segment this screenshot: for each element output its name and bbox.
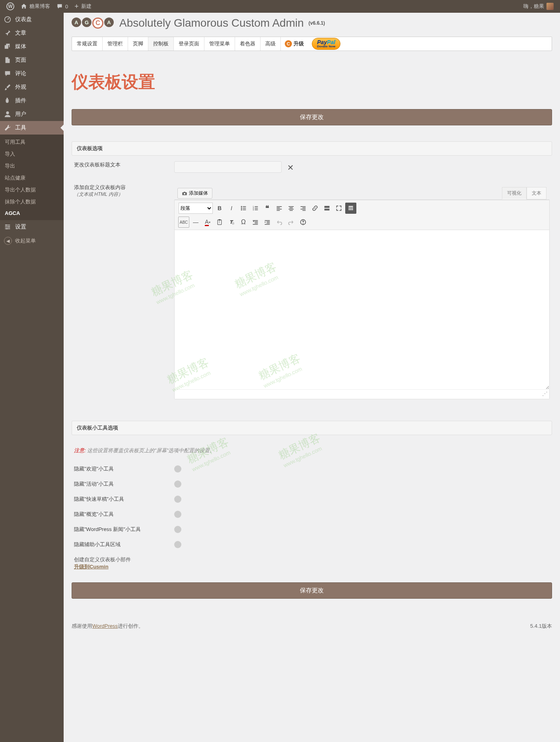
new-content-link[interactable]: + 新建 — [71, 0, 95, 13]
section-dashboard-options: 仪表板选项 — [72, 141, 552, 156]
toolbar-toggle-button[interactable] — [345, 203, 356, 214]
menu-posts[interactable]: 文章 — [0, 26, 64, 40]
editor-content[interactable] — [175, 230, 549, 389]
svg-rect-27 — [302, 207, 305, 208]
bold-button[interactable]: B — [214, 203, 225, 214]
custom-content-label: 添加自定义仪表板内容 — [74, 184, 174, 191]
menu-plugins[interactable]: 插件 — [0, 94, 64, 107]
menu-tools[interactable]: 工具 — [0, 121, 64, 135]
tab-adminmenu[interactable]: 管理菜单 — [204, 37, 235, 51]
visual-tab[interactable]: 可视化 — [502, 187, 527, 199]
textcolor-button[interactable]: A▾ — [202, 217, 213, 228]
plugin-logo-icon: AGCA — [72, 18, 114, 29]
hr-button[interactable]: — — [190, 217, 201, 228]
menu-pages[interactable]: 页面 — [0, 53, 64, 67]
menu-dashboard[interactable]: 仪表盘 — [0, 13, 64, 26]
resize-handle[interactable]: ⋰ — [175, 390, 549, 398]
italic-button[interactable]: I — [226, 203, 237, 214]
link-button[interactable] — [309, 203, 321, 214]
collapse-menu[interactable]: ◀收起菜单 — [0, 234, 64, 248]
toggle-ataglance[interactable] — [174, 511, 181, 518]
clear-heading-button[interactable]: ✕ — [287, 163, 294, 172]
readmore-button[interactable] — [321, 203, 332, 214]
tab-login[interactable]: 登录页面 — [174, 37, 204, 51]
format-select[interactable]: 段落 — [179, 203, 213, 214]
comment-icon — [56, 3, 63, 10]
admin-menu: 仪表盘 文章 媒体 页面 评论 外观 插件 用户 工具 可用工具 导入 导出 站… — [0, 13, 64, 742]
tab-adminbar[interactable]: 管理栏 — [103, 37, 128, 51]
outdent-button[interactable] — [250, 217, 261, 228]
svg-rect-46 — [255, 223, 258, 224]
menu-comments[interactable]: 评论 — [0, 67, 64, 80]
page-title: 仪表板设置 — [72, 51, 552, 109]
svg-rect-26 — [301, 206, 306, 207]
blockquote-button[interactable]: ❝ — [262, 203, 273, 214]
bullet-list-button[interactable] — [238, 203, 249, 214]
plugin-version: (v6.6.1) — [309, 20, 325, 26]
menu-users[interactable]: 用户 — [0, 107, 64, 121]
specialchar-button[interactable]: Ω — [238, 217, 249, 228]
tab-dashboard[interactable]: 控制板 — [148, 37, 174, 51]
align-left-button[interactable] — [274, 203, 285, 214]
wp-logo[interactable]: W — [3, 0, 18, 13]
upgrade-cusmin-link[interactable]: 升级到Cusmin — [74, 564, 109, 570]
toggle-activity[interactable] — [174, 480, 181, 488]
svg-rect-48 — [265, 220, 270, 221]
fullscreen-button[interactable] — [333, 203, 344, 214]
toggle-quickdraft[interactable] — [174, 496, 181, 503]
tab-general[interactable]: 常规设置 — [72, 37, 103, 51]
widgets-notice: 注意: 这些设置将覆盖仪表板页上的"屏幕"选项中配置的设置。 — [72, 447, 552, 461]
undo-button[interactable] — [274, 217, 285, 228]
sub-available-tools[interactable]: 可用工具 — [0, 136, 64, 148]
svg-rect-51 — [265, 224, 270, 225]
sub-agca[interactable]: AGCA — [0, 208, 64, 219]
strikethrough-button[interactable]: ABC — [178, 217, 189, 228]
media-icon — [4, 43, 12, 50]
toggle-welcome[interactable] — [174, 465, 181, 473]
svg-rect-32 — [325, 209, 330, 211]
svg-rect-33 — [348, 206, 353, 207]
tab-advanced[interactable]: 高级 — [261, 37, 281, 51]
clear-formatting-button[interactable] — [226, 217, 237, 228]
tab-upgrade[interactable]: C 升级 — [281, 40, 308, 47]
site-name-link[interactable]: 糖果博客 — [18, 0, 53, 13]
gauge-icon — [4, 16, 12, 23]
paste-text-button[interactable]: T — [214, 217, 225, 228]
menu-appearance[interactable]: 外观 — [0, 80, 64, 94]
save-button-top[interactable]: 保存更改 — [72, 109, 552, 125]
toggle-wpnews[interactable] — [174, 526, 181, 533]
user-icon — [4, 111, 12, 118]
widget-wpnews-label: 隐藏"WordPress 新闻"小工具 — [74, 526, 174, 533]
redo-button[interactable] — [286, 217, 297, 228]
menu-settings[interactable]: 设置 — [0, 220, 64, 234]
numbered-list-button[interactable]: 123 — [250, 203, 261, 214]
user-account-link[interactable]: 嗨，糖果 — [520, 0, 557, 13]
align-right-button[interactable] — [298, 203, 309, 214]
sub-erase-personal[interactable]: 抹除个人数据 — [0, 196, 64, 208]
tab-footer[interactable]: 页脚 — [128, 37, 148, 51]
sub-export[interactable]: 导出 — [0, 160, 64, 172]
wordpress-link[interactable]: WordPress — [92, 623, 118, 629]
comments-link[interactable]: 0 — [53, 0, 71, 13]
toggle-secondary[interactable] — [174, 541, 181, 548]
menu-media[interactable]: 媒体 — [0, 40, 64, 53]
add-media-button[interactable]: 添加媒体 — [177, 188, 212, 199]
indent-button[interactable] — [262, 217, 273, 228]
text-tab[interactable]: 文本 — [527, 187, 546, 199]
footer: 感谢使用WordPress进行创作。 5.4.1版本 — [72, 623, 552, 630]
save-button-bottom[interactable]: 保存更改 — [72, 582, 552, 599]
svg-rect-21 — [277, 210, 280, 211]
plugin-header: AGCA Absolutely Glamorous Custom Admin (… — [72, 13, 552, 37]
svg-rect-37 — [348, 209, 350, 210]
paypal-donate-button[interactable]: PayPal Donate Now — [312, 38, 340, 50]
align-center-button[interactable] — [286, 203, 297, 214]
sub-export-personal[interactable]: 导出个人数据 — [0, 184, 64, 196]
heading-input[interactable] — [174, 161, 282, 173]
tab-colorizer[interactable]: 着色器 — [235, 37, 261, 51]
sub-site-health[interactable]: 站点健康 — [0, 172, 64, 184]
sub-import[interactable]: 导入 — [0, 148, 64, 160]
help-button[interactable] — [298, 217, 309, 228]
svg-rect-34 — [348, 207, 350, 208]
svg-rect-20 — [277, 209, 282, 210]
svg-rect-44 — [253, 220, 258, 221]
